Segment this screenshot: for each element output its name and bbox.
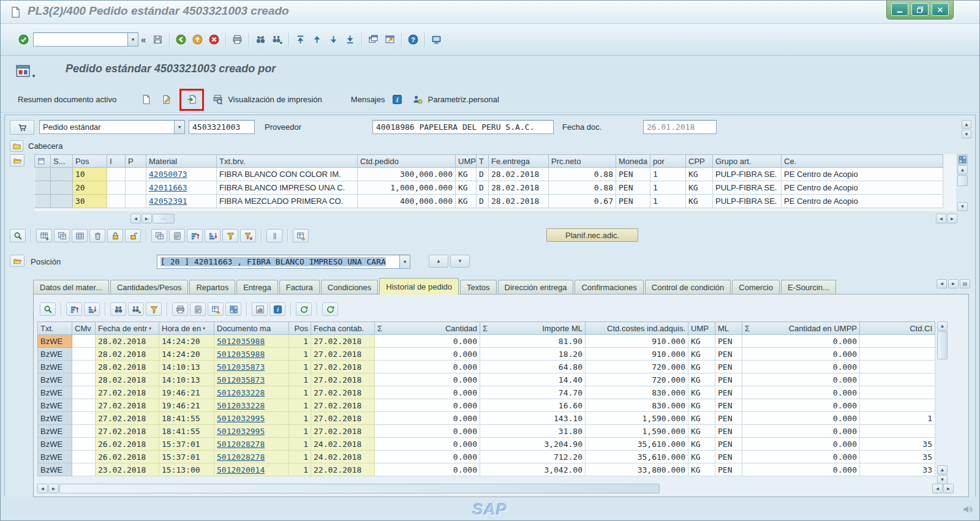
history-column-header[interactable]: ML: [715, 322, 742, 335]
table-settings-icon[interactable]: [957, 154, 968, 165]
vendor-field[interactable]: 40018986 PAPELERA DEL PERU S.A.C.: [372, 120, 554, 134]
history-column-header[interactable]: Documento ma: [214, 322, 289, 335]
tab-e-sourcin[interactable]: E-Sourcin...: [781, 280, 836, 294]
material-document-link[interactable]: 5012028278: [217, 452, 265, 462]
items-column-header[interactable]: T: [477, 155, 489, 168]
scroll-down-icon[interactable]: ▼: [937, 475, 948, 484]
calc-icon[interactable]: [169, 229, 185, 242]
history-cell[interactable]: 5012032995: [214, 412, 289, 425]
tab-overview-icon[interactable]: ▤: [960, 279, 970, 288]
items-column-header[interactable]: I: [107, 155, 126, 168]
minimize-button[interactable]: [891, 3, 908, 16]
material-document-link[interactable]: 5012032995: [217, 414, 265, 423]
sortasc-icon[interactable]: [187, 229, 203, 242]
chart-icon[interactable]: [252, 302, 268, 316]
history-cell[interactable]: 5012028278: [214, 438, 289, 451]
table-copy-icon[interactable]: [54, 229, 70, 242]
tab-control-de-condici-n[interactable]: Control de condición: [645, 280, 731, 294]
tab-scroll-left-icon[interactable]: ◄: [937, 279, 947, 288]
history-column-header[interactable]: Fecha contab.: [311, 322, 375, 335]
order-type-select[interactable]: Pedido estándar ▼: [39, 120, 185, 134]
close-button[interactable]: [932, 3, 949, 16]
table-insert-icon[interactable]: [36, 229, 52, 242]
history-cell[interactable]: 5012020014: [214, 463, 289, 476]
material-document-link[interactable]: 5012033228: [217, 401, 265, 410]
scroll-down-icon[interactable]: ▼: [957, 202, 968, 211]
duplicate-icon[interactable]: [151, 229, 167, 242]
scrollbar-thumb[interactable]: [937, 331, 948, 359]
tab-datos-del-mater[interactable]: Datos del mater...: [33, 280, 109, 294]
material-link[interactable]: 42052391: [149, 197, 187, 206]
history-cell[interactable]: 5012028278: [214, 451, 289, 463]
tab-textos[interactable]: Textos: [460, 280, 497, 294]
table-icon[interactable]: [72, 229, 88, 242]
material-document-link[interactable]: 5012028278: [217, 440, 265, 449]
order-type-dropdown-icon[interactable]: ▼: [174, 121, 184, 133]
items-column-header[interactable]: Fe.entrega: [489, 155, 549, 168]
info-icon[interactable]: i: [270, 302, 285, 316]
grip-icon[interactable]: [266, 229, 282, 242]
items-column-header[interactable]: S...: [51, 155, 73, 168]
system-menu-icon[interactable]: [9, 6, 21, 18]
messages-button[interactable]: Mensajes: [351, 95, 385, 104]
last-page-icon[interactable]: [342, 32, 358, 47]
items-column-header[interactable]: por: [650, 155, 686, 168]
lock-icon[interactable]: [107, 229, 123, 242]
scroll-left-icon[interactable]: ◄: [936, 214, 946, 223]
personal-settings-button[interactable]: Parametriz.personal: [409, 92, 499, 107]
scroll-right-icon[interactable]: ►: [48, 484, 59, 493]
details-icon[interactable]: [40, 302, 56, 316]
scroll-up-icon[interactable]: ▲: [957, 165, 968, 174]
planif-nec-adic-button[interactable]: Planif.nec.adic.: [546, 228, 638, 242]
items-column-header[interactable]: Pos: [73, 155, 107, 168]
info-icon[interactable]: i: [389, 92, 405, 107]
previous-item-button[interactable]: ▲: [429, 255, 448, 268]
scroll-right-icon[interactable]: ►: [141, 214, 152, 223]
collapse-toolbar-icon[interactable]: «: [141, 34, 146, 45]
history-column-header[interactable]: Hora de en▾: [159, 322, 214, 335]
history-column-header[interactable]: Ctd.CI: [860, 322, 935, 335]
position-select[interactable]: [ 20 ] 42011663 , FIBRA BLANCO IMPRESO U…: [157, 255, 410, 269]
unlock-icon[interactable]: [125, 229, 141, 242]
command-field-dropdown-icon[interactable]: ▼: [127, 33, 138, 46]
prev-page-icon[interactable]: [309, 32, 325, 47]
items-column-header[interactable]: Ctd.pedido: [358, 155, 456, 168]
scroll-up-icon[interactable]: ▲: [937, 465, 948, 474]
trash-icon[interactable]: [89, 229, 105, 242]
views-icon[interactable]: [225, 302, 241, 316]
refresh-menu-icon[interactable]: [296, 302, 312, 316]
customize-layout-icon[interactable]: [428, 32, 445, 47]
display-change-icon[interactable]: [158, 92, 174, 107]
command-field[interactable]: ▼: [33, 32, 138, 47]
scroll-left-icon[interactable]: ◄: [37, 484, 48, 493]
material-document-link[interactable]: 5012035988: [217, 337, 265, 346]
next-page-icon[interactable]: [325, 32, 342, 47]
scroll-left-icon[interactable]: ◄: [130, 214, 141, 223]
document-overview-button[interactable]: Resumen documento activo: [18, 95, 116, 104]
material-document-link[interactable]: 5012035873: [217, 375, 265, 384]
scroll-right-icon[interactable]: ►: [947, 214, 957, 223]
items-column-header[interactable]: CPP: [686, 155, 713, 168]
row-select-cell[interactable]: [35, 195, 51, 208]
document-overview-icon[interactable]: ▼: [15, 62, 36, 79]
filter-icon[interactable]: [222, 229, 238, 242]
history-cell[interactable]: 5012033228: [214, 399, 289, 412]
scroll-left-icon[interactable]: ◄: [932, 484, 943, 493]
tab-direcci-n-entrega[interactable]: Dirección entrega: [498, 280, 574, 294]
material-link[interactable]: 42050073: [149, 170, 187, 179]
items-cell-material[interactable]: 42011663: [146, 181, 217, 195]
tab-historial-de-pedido[interactable]: Historial de pedido: [379, 278, 459, 294]
scrollbar-thumb[interactable]: ···: [153, 214, 175, 223]
create-shortcut-icon[interactable]: [382, 32, 398, 47]
material-document-link[interactable]: 5012035873: [217, 362, 265, 372]
material-link[interactable]: 42011663: [149, 183, 187, 192]
sortasc-icon[interactable]: [66, 302, 82, 316]
material-document-link[interactable]: 5012035988: [217, 350, 265, 359]
items-column-header[interactable]: Prc.neto: [549, 155, 616, 168]
tab-scroll-right-icon[interactable]: ►: [948, 279, 959, 288]
history-column-header[interactable]: ΣCantidad en UMPP: [742, 322, 860, 335]
history-cell[interactable]: 5012035873: [214, 373, 289, 386]
expand-header-icon[interactable]: [10, 140, 23, 152]
filter-del-icon[interactable]: [240, 229, 256, 242]
save-icon[interactable]: [149, 32, 166, 47]
